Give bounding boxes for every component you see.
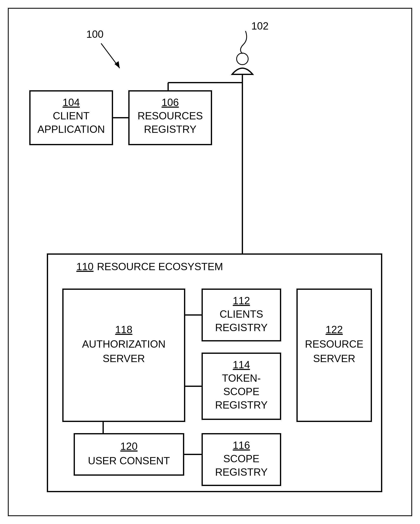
lbl-110: RESOURCE ECOSYSTEM [97, 261, 223, 272]
num-122: 122 [326, 324, 343, 335]
box-scope-registry: 116 SCOPE REGISTRY [202, 434, 281, 485]
lbl-104-1: CLIENT [53, 110, 90, 122]
box-resource-server: 122 RESOURCE SERVER [297, 289, 371, 421]
num-110: 110 [76, 261, 93, 272]
num-104: 104 [62, 97, 80, 108]
box-user-consent: 120 USER CONSENT [74, 434, 184, 475]
ref-100-label: 100 [86, 28, 103, 40]
lbl-116-2: REGISTRY [215, 466, 268, 478]
box-resources-registry: 106 RESOURCES REGISTRY [129, 91, 211, 145]
lbl-122-2: SERVER [313, 353, 355, 364]
lbl-112-1: CLIENTS [219, 308, 263, 320]
diagram-canvas: 100 102 104 CLIENT APPLICATION 106 RESOU… [0, 0, 420, 524]
lbl-120: USER CONSENT [88, 455, 170, 467]
num-114: 114 [233, 359, 250, 371]
lbl-106-2: REGISTRY [144, 123, 197, 135]
lbl-106-1: RESOURCES [138, 110, 203, 122]
lbl-112-2: REGISTRY [215, 322, 268, 333]
svg-rect-8 [74, 434, 184, 475]
user-icon [232, 53, 253, 74]
box-authorization-server: 118 AUTHORIZATION SERVER [63, 289, 185, 421]
lbl-114-1: TOKEN- [222, 372, 261, 384]
num-106: 106 [161, 97, 179, 108]
num-118: 118 [115, 324, 132, 335]
ref-102-label: 102 [251, 20, 268, 32]
lbl-104-2: APPLICATION [38, 123, 105, 135]
num-112: 112 [233, 295, 250, 306]
lbl-114-3: REGISTRY [215, 399, 268, 411]
user-ref: 102 [232, 20, 269, 74]
lbl-114-2: SCOPE [223, 386, 259, 397]
box-token-scope-registry: 114 TOKEN- SCOPE REGISTRY [202, 353, 281, 419]
num-116: 116 [233, 439, 250, 451]
svg-point-0 [237, 53, 248, 65]
num-120: 120 [120, 441, 137, 452]
lbl-118-2: SERVER [103, 353, 145, 364]
ref-102-lead [241, 31, 247, 54]
lbl-122-1: RESOURCE [305, 338, 363, 350]
box-clients-registry: 112 CLIENTS REGISTRY [202, 289, 281, 341]
lbl-116-1: SCOPE [223, 453, 259, 464]
box-client-application: 104 CLIENT APPLICATION [30, 91, 112, 145]
lbl-118-1: AUTHORIZATION [82, 338, 166, 350]
ref-100: 100 [86, 28, 120, 68]
